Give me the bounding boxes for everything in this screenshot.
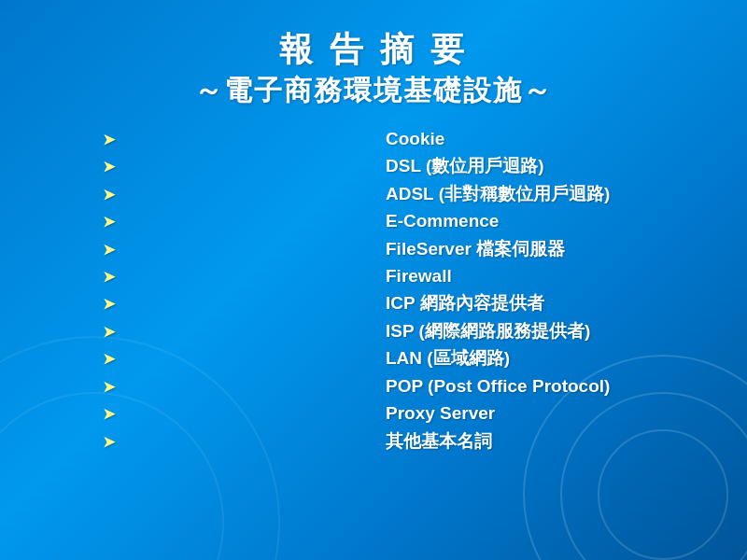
item-icp-arrow: ➤ — [103, 293, 380, 316]
item-isp-label: ISP (網際網路服務提供者) — [386, 317, 663, 344]
item-lan-arrow: ➤ — [103, 348, 380, 371]
item-ecommence: ➤E-Commence — [103, 207, 663, 234]
item-fileserver-label: FileServer 檔案伺服器 — [386, 235, 663, 262]
main-title: 報 告 摘 要 — [194, 28, 553, 72]
item-ecommence-label: E-Commence — [386, 207, 663, 234]
item-adsl: ➤ADSL (非對稱數位用戶迴路) — [103, 180, 663, 207]
item-pop-arrow: ➤ — [103, 376, 380, 399]
item-firewall-arrow: ➤ — [103, 266, 380, 289]
item-fileserver-arrow: ➤ — [103, 239, 380, 262]
item-fileserver: ➤FileServer 檔案伺服器 — [103, 235, 663, 262]
item-pop: ➤POP (Post Office Protocol) — [103, 372, 663, 399]
title-area: 報 告 摘 要 ～電子商務環境基礎設施～ — [194, 28, 553, 108]
item-adsl-arrow: ➤ — [103, 184, 380, 207]
item-cookie-arrow: ➤ — [103, 129, 380, 152]
item-proxy-label: Proxy Server — [386, 399, 663, 427]
item-icp-label: ICP 網路內容提供者 — [386, 289, 663, 316]
item-dsl: ➤DSL (數位用戶迴路) — [103, 152, 663, 179]
item-other-arrow: ➤ — [103, 431, 380, 455]
item-isp: ➤ISP (網際網路服務提供者) — [103, 317, 663, 344]
item-lan-label: LAN (區域網路) — [386, 344, 663, 371]
content-list: ➤Cookie➤DSL (數位用戶迴路)➤ADSL (非對稱數位用戶迴路)➤E-… — [84, 125, 663, 455]
sub-title: ～電子商務環境基礎設施～ — [194, 72, 553, 108]
item-adsl-label: ADSL (非對稱數位用戶迴路) — [386, 180, 663, 207]
item-lan: ➤LAN (區域網路) — [103, 344, 663, 371]
item-pop-label: POP (Post Office Protocol) — [386, 372, 663, 399]
item-ecommence-arrow: ➤ — [103, 211, 380, 234]
item-other: ➤其他基本名詞 — [103, 427, 663, 455]
item-dsl-label: DSL (數位用戶迴路) — [386, 152, 663, 179]
slide-container: 報 告 摘 要 ～電子商務環境基礎設施～ ➤Cookie➤DSL (數位用戶迴路… — [0, 0, 747, 560]
item-firewall: ➤Firewall — [103, 262, 663, 289]
item-cookie: ➤Cookie — [103, 125, 663, 152]
item-proxy-arrow: ➤ — [103, 403, 380, 427]
item-cookie-label: Cookie — [386, 125, 663, 152]
item-isp-arrow: ➤ — [103, 321, 380, 344]
item-icp: ➤ICP 網路內容提供者 — [103, 289, 663, 316]
item-other-label: 其他基本名詞 — [386, 427, 663, 455]
item-firewall-label: Firewall — [386, 262, 663, 289]
item-proxy: ➤Proxy Server — [103, 399, 663, 427]
item-dsl-arrow: ➤ — [103, 156, 380, 179]
